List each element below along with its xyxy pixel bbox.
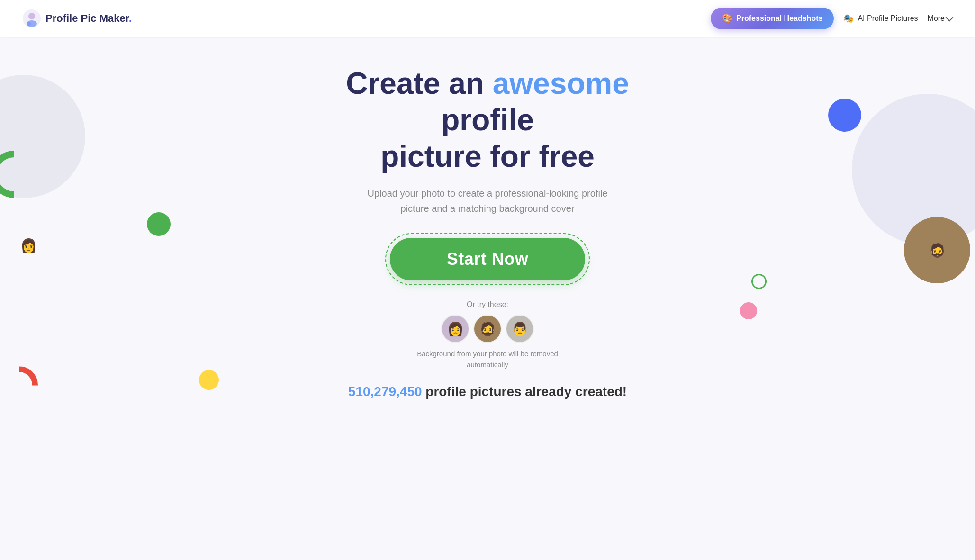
cta-dashed-border: Start Now — [385, 233, 590, 285]
side-avatar-woman: 👩 — [0, 217, 57, 274]
bg-remove-note: Background from your photo will be remov… — [416, 349, 559, 370]
nav-actions: 🎨 Professional Headshots 🎭 AI Profile Pi… — [711, 8, 952, 29]
deco-green-ring — [751, 274, 767, 289]
or-try-section: Or try these: 👩 🧔 👨 Background from your… — [9, 300, 966, 370]
sample-avatar-2[interactable]: 🧔 — [473, 315, 502, 343]
logo[interactable]: Profile Pic Maker. — [23, 9, 132, 27]
side-avatar-man-face: 🧔 — [904, 217, 970, 283]
headline-part1: Create an — [346, 66, 492, 100]
logo-icon — [23, 9, 41, 27]
stats-count: 510,279,450 — [348, 384, 422, 399]
ai-profile-button[interactable]: 🎭 AI Profile Pictures — [843, 13, 918, 24]
hero-subtext: Upload your photo to create a profession… — [364, 186, 611, 216]
deco-gray-right — [852, 94, 975, 245]
stats-bar: 510,279,450 profile pictures already cre… — [9, 384, 966, 399]
sample-avatar-2-face: 🧔 — [474, 316, 501, 342]
sample-avatar-3-face: 👨 — [506, 316, 533, 342]
navbar: Profile Pic Maker. 🎨 Professional Headsh… — [0, 0, 975, 37]
professional-headshots-button[interactable]: 🎨 Professional Headshots — [711, 8, 834, 29]
sample-avatar-3[interactable]: 👨 — [506, 315, 534, 343]
headline-highlight: awesome — [493, 66, 629, 100]
deco-blue-circle — [828, 99, 861, 132]
ai-label: AI Profile Pictures — [858, 14, 918, 23]
ai-icon: 🎭 — [843, 13, 854, 24]
deco-arc-left — [0, 151, 38, 198]
logo-text: Profile Pic Maker. — [45, 12, 132, 25]
deco-green-small — [147, 212, 171, 236]
hero-headline: Create an awesome profilepicture for fre… — [303, 65, 672, 174]
headshots-icon: 🎨 — [722, 13, 732, 24]
or-try-label: Or try these: — [467, 300, 508, 309]
stats-suffix: profile pictures already created! — [425, 384, 627, 399]
sample-avatar-1-face: 👩 — [442, 316, 469, 342]
hero-section: 👩 🧔 Create an awesome profilepicture for… — [0, 37, 975, 418]
chevron-down-icon — [946, 14, 954, 22]
more-label: More — [928, 14, 945, 23]
sample-avatars: 👩 🧔 👨 — [441, 315, 534, 343]
svg-point-1 — [28, 13, 35, 19]
side-avatar-man: 🧔 — [904, 217, 970, 283]
more-button[interactable]: More — [928, 14, 952, 23]
headshots-label: Professional Headshots — [736, 14, 822, 23]
cta-wrapper: Start Now — [385, 233, 590, 285]
sample-avatar-1[interactable]: 👩 — [441, 315, 469, 343]
start-now-button[interactable]: Start Now — [390, 238, 586, 280]
headline-part2: profilepicture for free — [380, 103, 595, 173]
svg-point-3 — [27, 22, 31, 26]
side-avatar-woman-face: 👩 — [0, 217, 57, 274]
